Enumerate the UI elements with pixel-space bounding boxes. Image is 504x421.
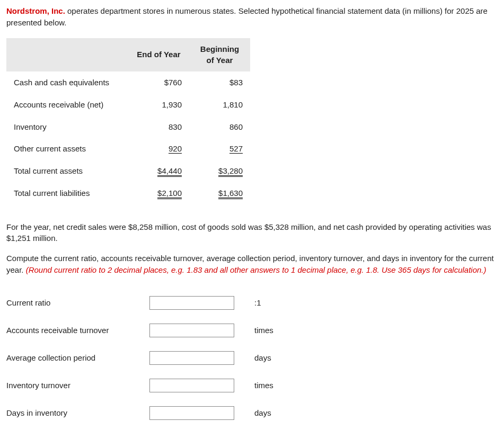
answer-unit: :1 — [240, 294, 279, 312]
table-header-beg: Beginning of Year — [189, 38, 250, 72]
cell-value: $3,280 — [218, 166, 243, 177]
answer-row: Accounts receivable turnover times — [6, 321, 279, 339]
cell-value: 1,930 — [162, 100, 182, 109]
answer-label: Average collection period — [6, 349, 149, 367]
row-label: Inventory — [6, 116, 128, 138]
cell-value: 830 — [169, 122, 182, 131]
table-row: Total current assets $4,440 $3,280 — [6, 160, 250, 182]
row-label: Other current assets — [6, 138, 128, 160]
table-row: Other current assets 920 527 — [6, 138, 250, 160]
row-label: Total current liabilities — [6, 182, 128, 204]
company-name: Nordstrom, Inc. — [6, 6, 65, 15]
answer-label: Accounts receivable turnover — [6, 321, 149, 339]
table-row: Cash and cash equivalents $760 $83 — [6, 71, 250, 94]
answer-row: Current ratio :1 — [6, 294, 279, 312]
cell-value: 1,810 — [223, 100, 243, 109]
answer-unit: days — [240, 349, 279, 367]
intro-paragraph: Nordstrom, Inc. operates department stor… — [6, 5, 498, 29]
answers-table: Current ratio :1 Accounts receivable tur… — [6, 284, 279, 422]
cell-value: 920 — [169, 144, 182, 154]
cell-value: $2,100 — [157, 189, 182, 199]
answer-label: Days in inventory — [6, 404, 149, 422]
paragraph-2: For the year, net credit sales were $8,2… — [6, 221, 498, 245]
row-label: Cash and cash equivalents — [6, 71, 128, 94]
days-inventory-input[interactable] — [149, 406, 234, 420]
intro-text: operates department stores in numerous s… — [6, 6, 488, 27]
instruction-red: (Round current ratio to 2 decimal places… — [26, 265, 487, 274]
cell-value: $760 — [164, 78, 182, 87]
answer-label: Inventory turnover — [6, 377, 149, 395]
table-header-end: End of Year — [128, 38, 189, 72]
table-header-blank — [6, 38, 128, 72]
collection-period-input[interactable] — [149, 351, 234, 365]
answer-row: Average collection period days — [6, 349, 279, 367]
row-label: Accounts receivable (net) — [6, 94, 128, 116]
cell-value: $4,440 — [157, 166, 182, 177]
financial-data-table: End of Year Beginning of Year Cash and c… — [6, 38, 250, 204]
answer-row: Inventory turnover times — [6, 377, 279, 395]
cell-value: 527 — [229, 144, 243, 154]
answer-row: Days in inventory days — [6, 404, 279, 422]
answer-unit: times — [240, 321, 279, 339]
cell-value: $83 — [229, 78, 243, 87]
paragraph-3: Compute the current ratio, accounts rece… — [6, 253, 498, 276]
table-row: Inventory 830 860 — [6, 116, 250, 138]
row-label: Total current assets — [6, 160, 128, 182]
table-row: Accounts receivable (net) 1,930 1,810 — [6, 94, 250, 116]
table-row: Total current liabilities $2,100 $1,630 — [6, 182, 250, 204]
current-ratio-input[interactable] — [149, 296, 234, 310]
answer-unit: times — [240, 377, 279, 395]
cell-value: 860 — [229, 122, 243, 131]
inventory-turnover-input[interactable] — [149, 379, 234, 392]
answer-unit: days — [240, 404, 279, 422]
ar-turnover-input[interactable] — [149, 324, 234, 337]
answer-label: Current ratio — [6, 294, 149, 312]
cell-value: $1,630 — [218, 189, 243, 199]
